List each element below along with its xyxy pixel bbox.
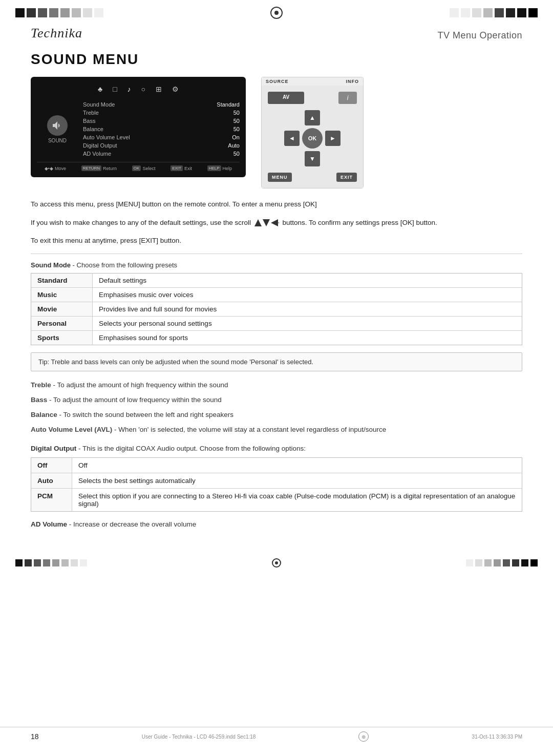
desc-para2-post: buttons. To confirm any settings press [… [283, 219, 437, 226]
sound-mode-label: Sound Mode - Choose from the following p… [31, 261, 522, 269]
brand-logo: Technika [31, 26, 82, 41]
divider-1 [31, 254, 522, 254]
avl-desc: Auto Volume Level (AVL) - When 'on' is s… [31, 424, 522, 436]
mode-desc-standard: Default settings [93, 273, 522, 287]
table-row: PCM Select this option if you are connec… [31, 489, 522, 512]
treble-desc: Treble - To adjust the amount of high fr… [31, 380, 522, 391]
svg-marker-2 [271, 219, 278, 226]
bottom-right-marks [466, 559, 538, 566]
tv-bottom-bar: ◆•◆ Move RETURN Return OK Select EXIT Ex… [37, 162, 240, 171]
tv-setting-treble: Treble 50 [83, 109, 240, 117]
mode-desc-personal: Selects your personal sound settings [93, 316, 522, 330]
remote-av-button[interactable]: AV [268, 92, 304, 104]
tv-sound-icon-area: SOUND [37, 100, 78, 158]
dpad-left-button[interactable]: ◄ [284, 131, 300, 146]
sound-mode-label-rest: - Choose from the following presets [71, 261, 177, 269]
desc-para2-pre: If you wish to make changes to any of th… [31, 219, 251, 226]
sound-mode-label-bold: Sound Mode [31, 261, 71, 269]
tv-control-exit: EXIT Exit [171, 165, 192, 171]
sound-mode-table: Standard Default settings Music Emphasis… [31, 273, 522, 345]
tv-control-move: ◆•◆ Move [45, 165, 66, 171]
remote-dpad: ▲ ▼ ◄ ► OK [284, 110, 341, 166]
mode-desc-movie: Provides live and full sound for movies [93, 302, 522, 316]
top-left-marks [15, 8, 103, 17]
tv-icon-sound: ♪ [127, 85, 131, 93]
dpad-down-button[interactable]: ▼ [305, 151, 320, 166]
output-name-auto: Auto [31, 473, 72, 489]
dpad-ok-button[interactable]: OK [302, 128, 323, 149]
bottom-registration-marks [0, 554, 553, 572]
header-title: TV Menu Operation [437, 30, 522, 41]
table-row: Personal Selects your personal sound set… [31, 316, 522, 330]
main-content: SOUND MENU ♣ □ ♪ ○ ⊞ ⚙ SOUND [0, 46, 553, 549]
output-desc-auto: Selects the best settings automatically [72, 473, 522, 489]
tv-icon-gear: ⚙ [172, 85, 179, 93]
tv-remote-row: ♣ □ ♪ ○ ⊞ ⚙ SOUND Sound [31, 77, 522, 188]
scroll-icons [254, 219, 279, 226]
top-right-marks [450, 8, 538, 17]
tv-sound-label: SOUND [48, 138, 67, 143]
page-number: 18 [31, 732, 39, 741]
table-row: Movie Provides live and full sound for m… [31, 302, 522, 316]
table-row: Sports Emphasises sound for sports [31, 330, 522, 345]
remote-exit-button[interactable]: EXIT [336, 173, 357, 182]
top-registration-marks [0, 0, 553, 26]
tv-setting-sound-mode: Sound Mode Standard [83, 100, 240, 109]
tv-setting-balance: Balance 50 [83, 125, 240, 133]
output-name-off: Off [31, 458, 72, 473]
tv-icon-display: □ [113, 85, 117, 93]
bass-term: Bass [31, 396, 47, 404]
ad-volume-rest: - Increase or decrease the overall volum… [67, 520, 196, 528]
tv-menu-content: SOUND Sound Mode Standard Treble 50 Bass… [37, 100, 240, 158]
section-title: SOUND MENU [31, 51, 522, 68]
info-label: INFO [346, 79, 359, 84]
tv-icon-settings: ♣ [98, 85, 102, 93]
remote-control: SOURCE INFO AV i ▲ ▼ ◄ ► [261, 77, 364, 188]
bottom-center-crosshair [272, 558, 281, 568]
tv-icon-options: ⊞ [156, 85, 162, 93]
tv-setting-ad: AD Volume 50 [83, 150, 240, 158]
desc-para1: To access this menu, press [MENU] button… [31, 199, 522, 210]
remote-image: SOURCE INFO AV i ▲ ▼ ◄ ► [261, 77, 364, 188]
svg-marker-0 [254, 219, 262, 226]
tv-icon-time: ○ [141, 85, 145, 93]
mode-desc-sports: Emphasises sound for sports [93, 330, 522, 345]
tv-setting-digital: Digital Output Auto [83, 141, 240, 150]
dpad-right-button[interactable]: ► [325, 131, 341, 146]
avl-term: Auto Volume Level (AVL) [31, 426, 112, 433]
page-footer: 18 User Guide - Technika - LCD 46-259.in… [0, 727, 553, 746]
mode-desc-music: Emphasises music over voices [93, 287, 522, 302]
mode-name-standard: Standard [31, 273, 93, 287]
balance-desc: Balance - To switch the sound between th… [31, 409, 522, 421]
desc-para3: To exit this menu at anytime, press [EXI… [31, 235, 522, 246]
digital-output-term: Digital Output [31, 445, 76, 452]
mode-name-personal: Personal [31, 316, 93, 330]
digital-output-rest: - This is the digital COAX Audio output.… [76, 445, 306, 452]
svg-marker-1 [263, 219, 270, 226]
ad-volume-desc: AD Volume - Increase or decrease the ove… [31, 519, 522, 531]
footer-left: User Guide - Technika - LCD 46-259.indd … [142, 734, 256, 740]
remote-nav-area: AV i ▲ ▼ ◄ ► OK MENU [262, 86, 363, 188]
digital-output-table: Off Off Auto Selects the best settings a… [31, 457, 522, 512]
table-row: Auto Selects the best settings automatic… [31, 473, 522, 489]
remote-info-button[interactable]: i [338, 92, 357, 104]
footer-right: 31-Oct-11 3:36:33 PM [472, 734, 522, 740]
remote-menu-button[interactable]: MENU [268, 173, 292, 182]
dpad-up-button[interactable]: ▲ [305, 110, 320, 125]
treble-term: Treble [31, 381, 51, 389]
mode-name-movie: Movie [31, 302, 93, 316]
mode-name-sports: Sports [31, 330, 93, 345]
output-name-pcm: PCM [31, 489, 72, 512]
tip-text: Tip: Treble and bass levels can only be … [38, 358, 313, 366]
bass-desc: Bass - To adjust the amount of low frequ… [31, 394, 522, 406]
source-label: SOURCE [266, 79, 289, 84]
table-row: Music Emphasises music over voices [31, 287, 522, 302]
remote-top-bar: SOURCE INFO [262, 77, 363, 86]
output-desc-pcm: Select this option if you are connecting… [72, 489, 522, 512]
mode-name-music: Music [31, 287, 93, 302]
tv-control-select: OK Select [132, 165, 156, 171]
table-row: Standard Default settings [31, 273, 522, 287]
page-header: Technika TV Menu Operation [0, 26, 553, 46]
output-desc-off: Off [72, 458, 522, 473]
tv-control-return: RETURN Return [81, 165, 117, 171]
